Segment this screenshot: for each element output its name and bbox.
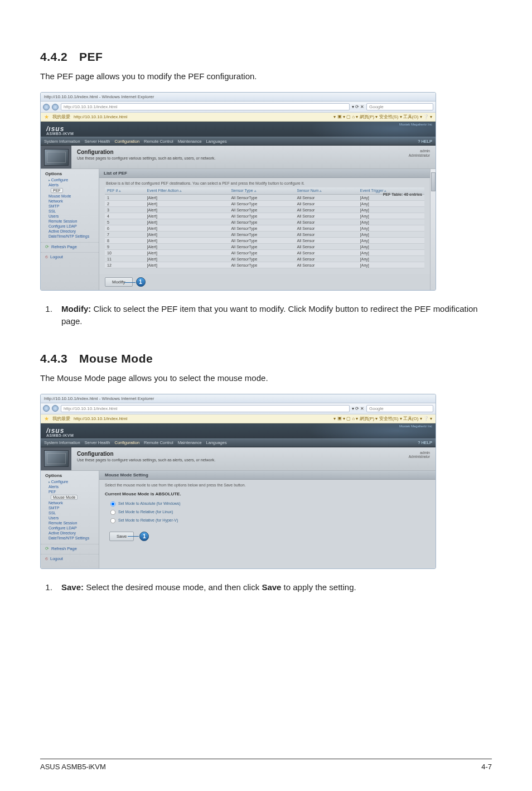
- sidebar-item-smtp[interactable]: SMTP: [45, 204, 99, 209]
- sidebar-item-ntp[interactable]: DateTime/NTP Settings: [45, 536, 99, 541]
- page-title: Configuration: [77, 451, 215, 457]
- sidebar-title: Options: [45, 171, 99, 176]
- table-row[interactable]: 11[Alert]All SensorTypeAll Sensor[Any]: [105, 256, 424, 262]
- refresh-icon: ⟳: [45, 546, 49, 551]
- table-row[interactable]: 2[Alert]All SensorTypeAll Sensor[Any]: [105, 201, 424, 207]
- sidebar-item-remote-session[interactable]: Remote Session: [45, 219, 99, 224]
- pef-screenshot: http://10.10.10.1/index.html - Windows I…: [40, 92, 436, 291]
- search-input[interactable]: Google: [366, 405, 433, 412]
- refresh-page[interactable]: ⟳Refresh Page: [41, 544, 99, 553]
- section-4-4-3-title: 4.4.3Mouse Mode: [40, 352, 492, 365]
- table-row[interactable]: 3[Alert]All SensorTypeAll Sensor[Any]: [105, 207, 424, 213]
- forward-icon[interactable]: [52, 104, 59, 110]
- sidebar-item-ntp[interactable]: DateTime/NTP Settings: [45, 234, 99, 239]
- table-row[interactable]: 4[Alert]All SensorTypeAll Sensor[Any]: [105, 213, 424, 219]
- sidebar-item-ssl[interactable]: SSL: [45, 510, 99, 515]
- table-row[interactable]: 9[Alert]All SensorTypeAll Sensor[Any]: [105, 244, 424, 250]
- role-label: Administrator: [409, 153, 430, 158]
- top-menu[interactable]: System Information Server Health Configu…: [44, 139, 227, 144]
- forward-icon[interactable]: [52, 405, 59, 412]
- back-icon[interactable]: [43, 104, 50, 110]
- back-icon[interactable]: [43, 405, 50, 412]
- sidebar-item-users[interactable]: Users: [45, 515, 99, 520]
- sidebar-configure[interactable]: Configure: [45, 479, 99, 484]
- logout-icon: ⎋: [45, 556, 48, 561]
- mm-header: Mouse Mode Setting: [99, 471, 436, 480]
- window-titlebar: http://10.10.10.1/index.html - Windows I…: [41, 93, 436, 102]
- url-input[interactable]: http://10.10.10.1/index.html: [61, 405, 350, 412]
- sidebar-configure[interactable]: Configure: [45, 177, 99, 182]
- sidebar-item-pef[interactable]: PEF: [51, 188, 63, 193]
- sidebar-title: Options: [45, 473, 99, 478]
- favorites-bar: ★ 我的最愛 http://10.10.10.1/index.html ▾ ▣ …: [41, 414, 436, 423]
- page-subtitle: Use these pages to configure various set…: [77, 156, 215, 160]
- table-row[interactable]: 1[Alert]All SensorTypeAll Sensor[Any]: [105, 195, 424, 201]
- sidebar-item-users[interactable]: Users: [45, 214, 99, 219]
- user-label: admin: [409, 149, 430, 153]
- mm-instruction-1: Save: Select the desired mouse mode, and…: [55, 581, 492, 594]
- refresh-page[interactable]: ⟳Refresh Page: [41, 242, 99, 251]
- sidebar-item-ad[interactable]: Active Directory: [45, 229, 99, 234]
- sidebar-item-alerts[interactable]: Alerts: [45, 182, 99, 187]
- url-input[interactable]: http://10.10.10.1/index.html: [61, 103, 350, 110]
- search-input[interactable]: Google: [366, 103, 433, 110]
- star-icon: ★: [44, 114, 49, 120]
- table-row[interactable]: 12[Alert]All SensorTypeAll Sensor[Any]: [105, 262, 424, 268]
- sidebar-item-ldap[interactable]: Configure LDAP: [45, 224, 99, 229]
- role-label: Administrator: [409, 455, 430, 459]
- pef-instruction-1: Modify: Click to select the PEF item tha…: [55, 303, 492, 327]
- table-row[interactable]: 8[Alert]All SensorTypeAll Sensor[Any]: [105, 238, 424, 244]
- callout-marker-1: 1: [139, 532, 149, 541]
- section1-intro: The PEF page allows you to modify the PE…: [40, 70, 492, 82]
- help-link[interactable]: ? HELP: [418, 440, 432, 445]
- fav-label: 我的最愛: [52, 114, 70, 120]
- mm-opt-absolute[interactable]: Set Mode to Absolute (for Windows): [109, 500, 430, 508]
- sidebar-item-mouse-mode[interactable]: Mouse Mode: [51, 495, 78, 500]
- col-sensor-type[interactable]: Sensor Type ▵: [229, 187, 294, 195]
- sidebar-item-network[interactable]: Network: [45, 199, 99, 204]
- table-row[interactable]: 10[Alert]All SensorTypeAll Sensor[Any]: [105, 250, 424, 256]
- sidebar-item-ad[interactable]: Active Directory: [45, 530, 99, 536]
- table-row[interactable]: 5[Alert]All SensorTypeAll Sensor[Any]: [105, 219, 424, 225]
- section2-intro: The Mouse Mode page allows you to select…: [40, 372, 492, 384]
- sidebar-item-ssl[interactable]: SSL: [45, 209, 99, 214]
- logout-link[interactable]: ⎋Logout: [41, 252, 99, 261]
- scrollbar[interactable]: [430, 169, 436, 290]
- page-title: Configuration: [77, 149, 215, 156]
- mousemode-screenshot: http://10.10.10.1/index.html - Windows I…: [40, 394, 436, 569]
- sidebar-item-remote-session[interactable]: Remote Session: [45, 520, 99, 525]
- table-row[interactable]: 7[Alert]All SensorTypeAll Sensor[Any]: [105, 231, 424, 238]
- top-menu[interactable]: System Information Server Health Configu…: [44, 440, 227, 445]
- pef-table[interactable]: PEF # ▵ Event Filter Action ▵ Sensor Typ…: [105, 187, 424, 268]
- addr-divider: ▾ ⟳ ✕: [352, 104, 364, 109]
- brand-logo: /ısus ASMB5-iKVM: [41, 423, 436, 438]
- sidebar-item-alerts[interactable]: Alerts: [45, 484, 99, 489]
- star-icon: ★: [44, 416, 49, 422]
- logout-icon: ⎋: [45, 254, 48, 259]
- browser-toolbar-right[interactable]: ▾ ▣ ▾ ▢ ⌂ ▾ 網頁(P) ▾ 安全性(S) ▾ 工具(O) ▾ ❔ ▾: [333, 114, 432, 120]
- sidebar-item-ldap[interactable]: Configure LDAP: [45, 525, 99, 530]
- mm-current: Current Mouse Mode is ABSOLUTE.: [99, 491, 436, 500]
- col-sensor-num[interactable]: Sensor Num ▵: [295, 187, 358, 195]
- browser-toolbar-right[interactable]: ▾ ▣ ▾ ▢ ⌂ ▾ 網頁(P) ▾ 安全性(S) ▾ 工具(O) ▾ ❔ ▾: [333, 416, 432, 422]
- fav-url[interactable]: http://10.10.10.1/index.html: [74, 416, 128, 421]
- table-row[interactable]: 6[Alert]All SensorTypeAll Sensor[Any]: [105, 225, 424, 231]
- sidebar-item-network[interactable]: Network: [45, 500, 99, 505]
- sidebar-item-pef[interactable]: PEF: [45, 489, 99, 494]
- col-action[interactable]: Event Filter Action ▵: [145, 187, 229, 195]
- mm-opt-relative-linux[interactable]: Set Mode to Relative (for Linux): [109, 508, 430, 517]
- sidebar-item-mouse-mode[interactable]: Mouse Mode: [45, 194, 99, 199]
- col-pef-num[interactable]: PEF # ▵: [105, 187, 145, 195]
- footer-left: ASUS ASMB5-iKVM: [40, 763, 106, 771]
- mm-opt-relative-hyperv[interactable]: Set Mode to Relative (for Hyper-V): [109, 517, 430, 525]
- logout-link[interactable]: ⎋Logout: [41, 554, 99, 563]
- callout-marker-1: 1: [136, 277, 146, 287]
- sidebar-item-smtp[interactable]: SMTP: [45, 505, 99, 510]
- footer-right: 4-7: [481, 763, 492, 771]
- fav-label: 我的最愛: [52, 416, 70, 422]
- help-link[interactable]: ? HELP: [418, 139, 432, 144]
- fav-url[interactable]: http://10.10.10.1/index.html: [74, 114, 128, 119]
- oem-label: Mustek Megahertz Inc: [399, 425, 432, 428]
- address-bar-row: http://10.10.10.1/index.html ▾ ⟳ ✕ Googl…: [41, 403, 436, 414]
- board-thumb: [41, 447, 71, 470]
